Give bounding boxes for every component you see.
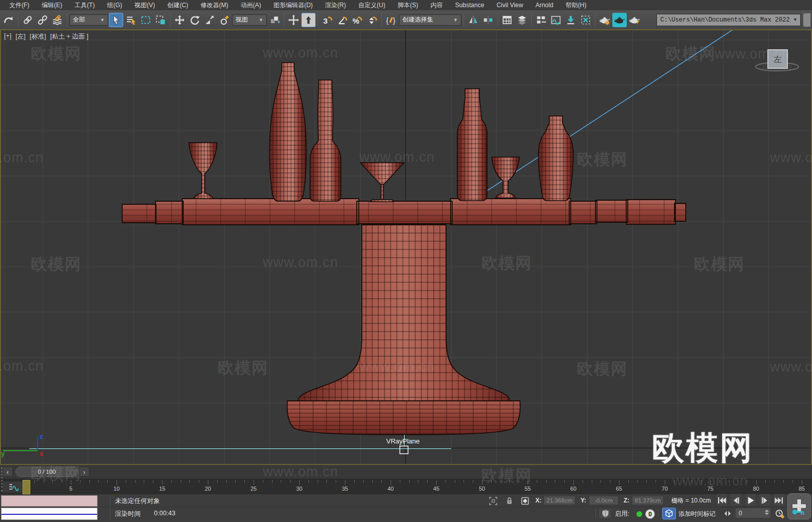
window-crossing-button[interactable] xyxy=(153,13,168,27)
menu-item[interactable]: 修改器(M) xyxy=(195,0,235,10)
unlink-button[interactable] xyxy=(35,13,50,27)
select-by-name-button[interactable] xyxy=(124,13,138,27)
next-frame-arrow[interactable]: › xyxy=(79,467,89,477)
scene-object-beer-bottle[interactable] xyxy=(457,88,487,201)
time-configuration-button[interactable] xyxy=(773,508,786,519)
prompt-line: 未选定任何对象 xyxy=(115,497,160,506)
ruler-tick xyxy=(665,480,665,485)
edit-named-selection-sets-button[interactable] xyxy=(384,13,398,27)
spinner-snap-button[interactable] xyxy=(365,13,379,27)
go-to-start-button[interactable] xyxy=(716,494,728,507)
ruler-tick xyxy=(208,480,208,485)
scene-object-tall-bottle[interactable] xyxy=(269,62,306,201)
viewcube[interactable]: 左 xyxy=(756,50,799,71)
viewport-menu-shading[interactable]: [粘土 + 边面 ] xyxy=(50,32,89,41)
menu-item[interactable]: 编辑(E) xyxy=(35,0,68,10)
menu-item[interactable]: 脚本(S) xyxy=(392,0,424,10)
viewport-menu-style[interactable]: [标准] xyxy=(30,32,46,41)
scene-object-vrayplane[interactable]: VRayPlane xyxy=(29,435,451,454)
menu-item[interactable]: 文件(F) xyxy=(3,0,35,10)
key-mode-toggle-button[interactable] xyxy=(722,508,733,519)
coord-y-field[interactable]: -0.0cm xyxy=(589,496,618,505)
menu-item[interactable]: 帮助(H) xyxy=(559,0,593,10)
angle-snap-button[interactable] xyxy=(335,13,350,27)
toggle-ribbon-button[interactable] xyxy=(534,13,548,27)
toggle-layer-explorer-button[interactable] xyxy=(515,13,529,27)
select-and-manipulate-button[interactable] xyxy=(286,13,301,27)
scene-object-bar-table-top[interactable] xyxy=(122,199,686,225)
menu-item[interactable]: Civil View xyxy=(490,0,529,10)
menu-item[interactable]: 创建(C) xyxy=(161,0,195,10)
use-pivot-center-button[interactable] xyxy=(267,13,282,27)
select-and-scale-button[interactable] xyxy=(202,13,217,27)
go-to-end-button[interactable] xyxy=(773,494,785,507)
previous-frame-button[interactable] xyxy=(730,494,742,507)
maxscript-listener-pane[interactable] xyxy=(1,508,98,520)
align-button[interactable] xyxy=(481,13,495,27)
keyboard-shortcut-override-button[interactable] xyxy=(301,13,316,27)
scene-object-wine-bottle[interactable] xyxy=(310,80,341,201)
redo-button[interactable] xyxy=(2,13,16,27)
menu-item[interactable]: 内容 xyxy=(424,0,449,10)
menu-item[interactable]: 工具(T) xyxy=(68,0,101,10)
selection-filter-dropdown[interactable]: 全部▼ xyxy=(69,14,108,26)
isolate-selection-button[interactable] xyxy=(487,495,500,506)
select-link-button[interactable] xyxy=(21,13,35,27)
menu-item[interactable]: 视图(V) xyxy=(128,0,161,10)
rendered-frame-window-button[interactable] xyxy=(612,13,627,27)
menu-item[interactable]: 动画(A) xyxy=(235,0,267,10)
previous-frame-arrow[interactable]: ‹ xyxy=(3,467,13,477)
menu-item[interactable]: 渲染(R) xyxy=(319,0,352,10)
status-row-divider xyxy=(0,507,812,507)
set-key-button[interactable] xyxy=(787,493,811,519)
select-and-rotate-button[interactable] xyxy=(187,13,202,27)
render-setup-button[interactable] xyxy=(597,13,612,27)
current-frame-field[interactable]: 0 xyxy=(735,508,771,518)
menu-item[interactable]: 自定义(U) xyxy=(352,0,392,10)
coord-z-field[interactable]: 81.379cm xyxy=(632,496,664,505)
time-slider-marker[interactable] xyxy=(23,480,30,494)
menu-item[interactable]: Arnold xyxy=(529,0,559,10)
toggle-scene-explorer-button[interactable] xyxy=(500,13,514,27)
track-bar[interactable]: 0510152025303540455055606570758085 xyxy=(0,479,812,494)
named-selection-sets-dropdown[interactable]: 创建选择集▼ xyxy=(399,14,461,26)
add-time-tag-label[interactable]: 添加时间标记 xyxy=(679,510,716,518)
mirror-button[interactable] xyxy=(466,13,480,27)
absolute-mode-button[interactable] xyxy=(518,495,532,506)
reference-coordinate-dropdown[interactable]: 视图▼ xyxy=(232,14,267,26)
scene-object-martini-glass[interactable] xyxy=(360,162,404,202)
macro-recorder-pane[interactable] xyxy=(1,495,98,507)
menu-item[interactable]: Substance xyxy=(449,0,491,10)
viewport-left[interactable]: VRayPlane 左 y z x [+] [左] [标准] [粘土 + 边面 … xyxy=(0,29,812,465)
schematic-view-button[interactable] xyxy=(564,13,578,27)
material-editor-button[interactable] xyxy=(578,13,593,27)
select-object-button[interactable] xyxy=(109,13,123,27)
select-and-place-button[interactable] xyxy=(217,13,231,27)
scene-object-cocktail-shaker[interactable] xyxy=(538,115,573,201)
frame-spinner[interactable] xyxy=(765,510,769,515)
viewport-menu-pov[interactable]: [左] xyxy=(15,32,25,41)
bind-to-spacewarp-button[interactable] xyxy=(50,13,65,27)
time-slider[interactable]: 0 / 100 xyxy=(15,467,78,477)
next-frame-button[interactable] xyxy=(759,494,771,507)
project-folder-field[interactable]: C:\Users\Han\Documents\3ds Max 2022▼ xyxy=(656,14,801,26)
play-button[interactable] xyxy=(744,494,757,507)
coord-x-field[interactable]: 21.368cm xyxy=(544,496,575,505)
rectangular-selection-region-button[interactable] xyxy=(139,13,153,27)
scene-object-small-goblet[interactable] xyxy=(492,157,519,200)
curve-editor-button[interactable] xyxy=(549,13,563,27)
snap-toggle-3d-button[interactable] xyxy=(320,13,335,27)
percent-snap-button[interactable] xyxy=(350,13,364,27)
toolbar-grip[interactable] xyxy=(1,467,3,492)
count-badge[interactable]: 0 xyxy=(645,509,655,519)
render-production-button[interactable] xyxy=(627,13,642,27)
menu-item[interactable]: 图形编辑器(D) xyxy=(267,0,319,10)
scene-object-table-pedestal[interactable] xyxy=(286,225,520,435)
menu-item[interactable]: 组(G) xyxy=(101,0,128,10)
scene-object-goblet[interactable] xyxy=(189,143,217,201)
safe-scene-shield-button[interactable] xyxy=(598,508,612,519)
selection-lock-button[interactable] xyxy=(503,495,515,506)
select-and-move-button[interactable] xyxy=(172,13,187,27)
add-time-tag-cube-icon[interactable] xyxy=(662,508,676,519)
viewport-menu-general[interactable]: [+] xyxy=(4,32,11,41)
